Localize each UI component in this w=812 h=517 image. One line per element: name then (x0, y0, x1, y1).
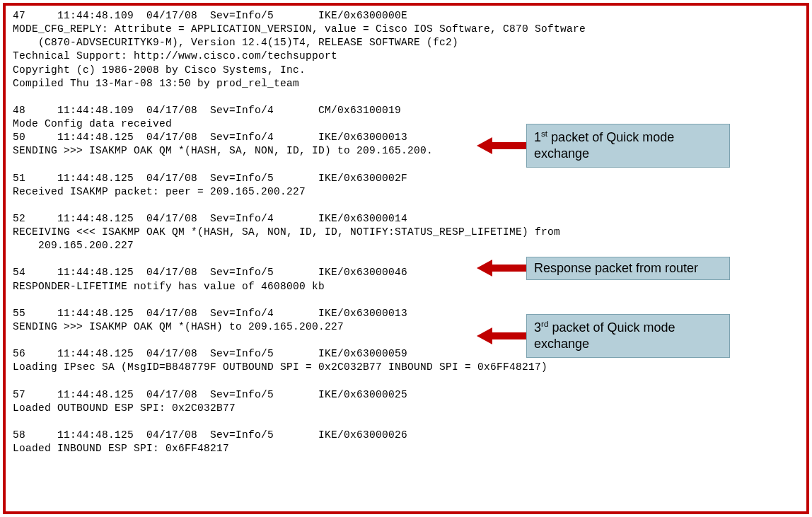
log-line: RECEIVING <<< ISAKMP OAK QM *(HASH, SA, … (13, 226, 560, 238)
log-line: 50 11:44:48.125 04/17/08 Sev=Info/4 IKE/… (13, 132, 407, 143)
log-line: Mode Config data received (13, 118, 172, 129)
log-line: SENDING >>> ISAKMP OAK QM *(HASH) to 209… (13, 321, 344, 332)
log-line: 54 11:44:48.125 04/17/08 Sev=Info/5 IKE/… (13, 267, 407, 278)
log-line: 47 11:44:48.109 04/17/08 Sev=Info/5 IKE/… (13, 10, 407, 21)
log-line: Copyright (c) 1986-2008 by Cisco Systems… (13, 64, 306, 76)
log-line: (C870-ADVSECURITYK9-M), Version 12.4(15)… (13, 37, 458, 48)
log-line: Loaded OUTBOUND ESP SPI: 0x2C032B77 (13, 402, 236, 414)
log-line: Received ISAKMP packet: peer = 209.165.2… (13, 186, 306, 197)
log-line: 56 11:44:48.125 04/17/08 Sev=Info/5 IKE/… (13, 348, 407, 359)
log-line: 57 11:44:48.125 04/17/08 Sev=Info/5 IKE/… (13, 389, 407, 400)
log-line: MODE_CFG_REPLY: Attribute = APPLICATION_… (13, 23, 586, 35)
log-line: 52 11:44:48.125 04/17/08 Sev=Info/4 IKE/… (13, 213, 407, 224)
log-panel: 47 11:44:48.109 04/17/08 Sev=Info/5 IKE/… (3, 3, 809, 514)
log-line: 58 11:44:48.125 04/17/08 Sev=Info/5 IKE/… (13, 429, 407, 441)
log-line: RESPONDER-LIFETIME notify has value of 4… (13, 281, 325, 292)
log-text: 47 11:44:48.109 04/17/08 Sev=Info/5 IKE/… (13, 9, 801, 455)
log-line: Loaded INBOUND ESP SPI: 0x6FF48217 (13, 443, 229, 454)
log-line: 48 11:44:48.109 04/17/08 Sev=Info/4 CM/0… (13, 105, 401, 116)
log-line: 209.165.200.227 (13, 240, 134, 251)
log-line: Loading IPsec SA (MsgID=B848779F OUTBOUN… (13, 361, 547, 373)
log-line: 55 11:44:48.125 04/17/08 Sev=Info/4 IKE/… (13, 308, 407, 319)
log-line: SENDING >>> ISAKMP OAK QM *(HASH, SA, NO… (13, 145, 433, 156)
log-line: Technical Support: http://www.cisco.com/… (13, 50, 337, 62)
log-line: 51 11:44:48.125 04/17/08 Sev=Info/5 IKE/… (13, 173, 407, 184)
log-line: Compiled Thu 13-Mar-08 13:50 by prod_rel… (13, 78, 299, 89)
